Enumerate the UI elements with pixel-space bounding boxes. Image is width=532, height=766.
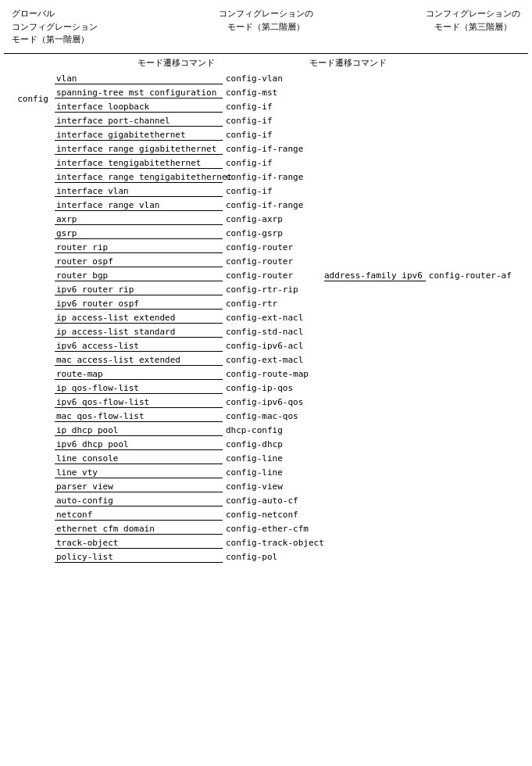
table-row: ip dhcp pooldhcp-config <box>55 424 528 438</box>
table-row: ipv6 qos-flow-listconfig-ipv6-qos <box>55 396 528 410</box>
mode-cell: config-if <box>223 115 324 127</box>
command-cell: spanning-tree mst configuration <box>55 87 223 98</box>
table-row: interface vlanconfig-if <box>55 184 528 199</box>
table-row: router ripconfig-router <box>55 241 528 255</box>
mode-cell: config-ipv6-acl <box>223 340 324 352</box>
command-cell: interface range vlan <box>55 199 223 211</box>
mode-cell: config-ether-cfm <box>223 523 324 535</box>
table-row: router bgpconfig-routeraddress-family ip… <box>55 269 528 283</box>
command-cell: interface port-channel <box>55 115 223 127</box>
config-label: config <box>12 72 55 564</box>
sub-header: モード遷移コマンド モード遷移コマンド <box>4 53 528 69</box>
mode-cell: config-auto-cf <box>223 495 324 506</box>
command-cell: vlan <box>55 73 223 84</box>
mode-cell: config-if-range <box>223 143 324 155</box>
mode-cell: config-view <box>223 481 324 492</box>
table-row: ipv6 access-listconfig-ipv6-acl <box>55 339 528 353</box>
command-cell: ip dhcp pool <box>55 424 223 436</box>
mode-cell: config-gsrp <box>223 227 324 239</box>
command-cell: policy-list <box>55 551 223 563</box>
table-row: ipv6 router ripconfig-rtr-rip <box>55 283 528 297</box>
mode-cell: config-axrp <box>223 213 324 225</box>
table-row: mac qos-flow-listconfig-mac-qos <box>55 410 528 424</box>
sub-command-group: address-family ipv6config-router-af <box>324 270 512 281</box>
mode-cell: config-dhcp <box>223 438 324 450</box>
command-cell: ip access-list extended <box>55 312 223 324</box>
mode-cell: config-if <box>223 129 324 141</box>
command-cell: interface vlan <box>55 185 223 197</box>
command-cell: ipv6 qos-flow-list <box>55 396 223 408</box>
mode-cell: config-vlan <box>223 73 324 84</box>
table-row: interface range gigabitethernetconfig-if… <box>55 142 528 156</box>
mode-cell: config-mst <box>223 87 324 98</box>
table-row: ipv6 router ospfconfig-rtr <box>55 297 528 311</box>
mode-cell: config-ip-qos <box>223 382 324 394</box>
command-cell: ipv6 router rip <box>55 284 223 295</box>
mode-cell: config-if-range <box>223 199 324 211</box>
mode-cell: config-rtr <box>223 298 324 310</box>
command-cell: mac qos-flow-list <box>55 410 223 422</box>
command-cell: ip qos-flow-list <box>55 382 223 394</box>
mode-cell: config-netconf <box>223 509 324 521</box>
sub-header-left-label: モード遷移コマンド <box>90 57 262 69</box>
table-row: interface port-channelconfig-if <box>55 114 528 128</box>
command-cell: router ospf <box>55 256 223 267</box>
command-cell: line console <box>55 453 223 464</box>
command-cell: interface gigabitethernet <box>55 129 223 141</box>
table-row: vlanconfig-vlan <box>55 72 528 86</box>
command-cell: auto-config <box>55 495 223 506</box>
table-row: axrpconfig-axrp <box>55 213 528 227</box>
header-area: グローバル コンフィグレーション モード（第一階層） コンフィグレーションの モ… <box>4 8 528 47</box>
table-row: interface tengigabitethernetconfig-if <box>55 156 528 170</box>
table-row: netconfconfig-netconf <box>55 508 528 522</box>
command-table: vlanconfig-vlanspanning-tree mst configu… <box>55 72 528 564</box>
mode-cell: config-line <box>223 453 324 464</box>
table-row: interface range vlanconfig-if-range <box>55 199 528 213</box>
table-row: line vtyconfig-line <box>55 466 528 480</box>
mode-cell: config-if <box>223 185 324 197</box>
command-cell: ip access-list standard <box>55 326 223 338</box>
table-row: gsrpconfig-gsrp <box>55 227 528 241</box>
command-cell: ethernet cfm domain <box>55 523 223 535</box>
command-cell: parser view <box>55 481 223 492</box>
table-row: router ospfconfig-router <box>55 255 528 269</box>
mode-cell: config-mac-qos <box>223 410 324 422</box>
mode-cell: config-line <box>223 467 324 478</box>
table-row: line consoleconfig-line <box>55 452 528 466</box>
mode-cell: config-if-range <box>223 171 324 183</box>
table-row: interface range tengigabitethernetconfig… <box>55 170 528 184</box>
mode-cell: config-router <box>223 256 324 267</box>
sub-header-right-label: モード遷移コマンド <box>262 57 434 69</box>
mode-cell: config-route-map <box>223 368 324 380</box>
header-col3: コンフィグレーションの モード（第三階層） <box>426 8 520 47</box>
command-cell: interface range gigabitethernet <box>55 143 223 155</box>
mode-cell: dhcp-config <box>223 424 324 436</box>
command-cell: route-map <box>55 368 223 380</box>
command-cell: ipv6 router ospf <box>55 298 223 310</box>
table-row: spanning-tree mst configurationconfig-ms… <box>55 86 528 100</box>
table-row: interface gigabitethernetconfig-if <box>55 128 528 142</box>
table-row: track-objectconfig-track-object <box>55 536 528 550</box>
mode-cell: config-if <box>223 157 324 169</box>
mode-cell: config-if <box>223 101 324 113</box>
command-cell: track-object <box>55 537 223 549</box>
command-cell: ipv6 access-list <box>55 340 223 352</box>
mode-cell: config-router <box>223 270 324 281</box>
main-content: config vlanconfig-vlanspanning-tree mst … <box>4 72 528 564</box>
header-col2: コンフィグレーションの モード（第二階層） <box>219 8 313 47</box>
table-row: auto-configconfig-auto-cf <box>55 494 528 508</box>
table-row: ip qos-flow-listconfig-ip-qos <box>55 381 528 396</box>
table-row: route-mapconfig-route-map <box>55 367 528 381</box>
mode-cell: config-pol <box>223 551 324 563</box>
table-row: parser viewconfig-view <box>55 480 528 494</box>
command-cell: router rip <box>55 242 223 253</box>
command-cell: netconf <box>55 509 223 521</box>
mode-cell: config-ext-macl <box>223 354 324 366</box>
mode-cell: config-rtr-rip <box>223 284 324 295</box>
command-cell: gsrp <box>55 227 223 239</box>
mode-cell: config-track-object <box>223 537 324 549</box>
command-cell: mac access-list extended <box>55 354 223 366</box>
table-row: ip access-list standardconfig-std-nacl <box>55 325 528 339</box>
mode-cell: config-ipv6-qos <box>223 396 324 408</box>
mode-cell: config-std-nacl <box>223 326 324 338</box>
